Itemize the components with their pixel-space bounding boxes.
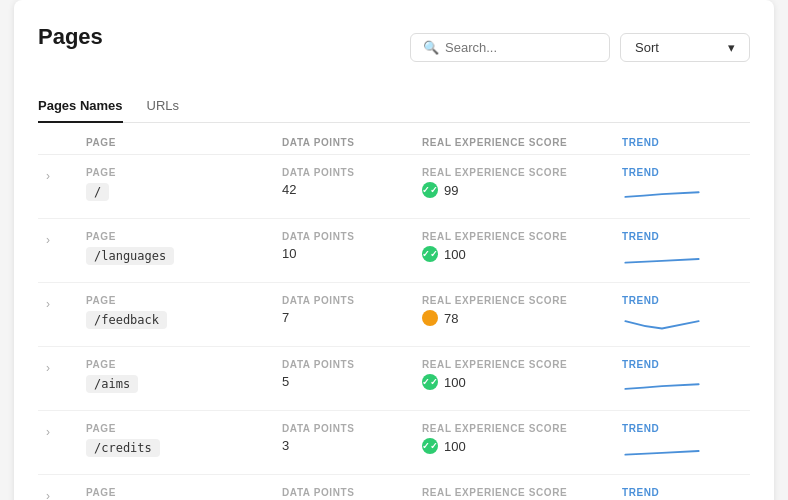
page-tag: /aims [86,375,138,393]
score-indicator: ✓ [422,182,438,198]
col-res: REAL EXPERIENCE SCORE [422,137,622,148]
trend-chart [622,440,702,462]
tab-urls[interactable]: URLs [147,90,180,123]
trend-chart [622,184,702,206]
page-cell: PAGE /feedback [86,295,282,329]
table-body: › PAGE / DATA POINTS 42 REAL EXPERIENCE … [38,155,750,500]
page-cell: PAGE / [86,167,282,201]
score-cell: REAL EXPERIENCE SCORE 78 [422,295,622,326]
table-row: › PAGE /feedback DATA POINTS 7 REAL EXPE… [38,283,750,347]
search-box[interactable]: 🔍 [410,33,610,62]
table-header: PAGE DATA POINTS REAL EXPERIENCE SCORE T… [38,127,750,155]
score-indicator [422,310,438,326]
score-indicator: ✓ [422,246,438,262]
data-points-cell: DATA POINTS 7 [282,295,422,325]
table-row: › PAGE /credits DATA POINTS 3 REAL EXPER… [38,411,750,475]
page-title: Pages [38,24,103,50]
table-row: › PAGE /release DATA POINTS 3 REAL EXPER… [38,475,750,500]
score-cell: REAL EXPERIENCE SCORE ✓ 99 [422,167,622,198]
page-tag: /feedback [86,311,167,329]
col-data-points: DATA POINTS [282,137,422,148]
score-indicator: ✓ [422,438,438,454]
row-chevron[interactable]: › [46,297,86,311]
search-icon: 🔍 [423,40,439,55]
row-chevron[interactable]: › [46,361,86,375]
data-points-cell: DATA POINTS 3 [282,487,422,500]
score-cell: REAL EXPERIENCE SCORE ✓ 100 [422,231,622,262]
page-tag: /credits [86,439,160,457]
table-row: › PAGE /aims DATA POINTS 5 REAL EXPERIEN… [38,347,750,411]
row-chevron[interactable]: › [46,425,86,439]
trend-cell: TREND [622,487,742,500]
table-row: › PAGE /languages DATA POINTS 10 REAL EX… [38,219,750,283]
table-row: › PAGE / DATA POINTS 42 REAL EXPERIENCE … [38,155,750,219]
score-indicator: ✓ [422,374,438,390]
page-cell: PAGE /languages [86,231,282,265]
trend-cell: TREND [622,231,742,270]
data-points-cell: DATA POINTS 10 [282,231,422,261]
col-trend: TREND [622,137,742,148]
page-tag: / [86,183,109,201]
score-cell: REAL EXPERIENCE SCORE ✓ 100 [422,487,622,500]
score-cell: REAL EXPERIENCE SCORE ✓ 100 [422,423,622,454]
sort-button[interactable]: Sort ▾ [620,33,750,62]
tab-page-names[interactable]: Pages Names [38,90,123,123]
trend-chart [622,312,702,334]
col-page: PAGE [86,137,282,148]
trend-cell: TREND [622,359,742,398]
trend-chart [622,376,702,398]
page-cell: PAGE /credits [86,423,282,457]
tabs: Pages Names URLs [38,90,750,123]
row-chevron[interactable]: › [46,169,86,183]
score-cell: REAL EXPERIENCE SCORE ✓ 100 [422,359,622,390]
search-input[interactable] [445,40,597,55]
page-tag: /languages [86,247,174,265]
trend-cell: TREND [622,423,742,462]
trend-cell: TREND [622,167,742,206]
row-chevron[interactable]: › [46,233,86,247]
data-points-cell: DATA POINTS 42 [282,167,422,197]
page-cell: PAGE /aims [86,359,282,393]
chevron-down-icon: ▾ [728,40,735,55]
data-points-cell: DATA POINTS 3 [282,423,422,453]
trend-cell: TREND [622,295,742,334]
page-cell: PAGE /release [86,487,282,500]
main-card: Pages 🔍 Sort ▾ Pages Names URLs PAGE DAT… [14,0,774,500]
row-chevron[interactable]: › [46,489,86,500]
data-points-cell: DATA POINTS 5 [282,359,422,389]
trend-chart [622,248,702,270]
